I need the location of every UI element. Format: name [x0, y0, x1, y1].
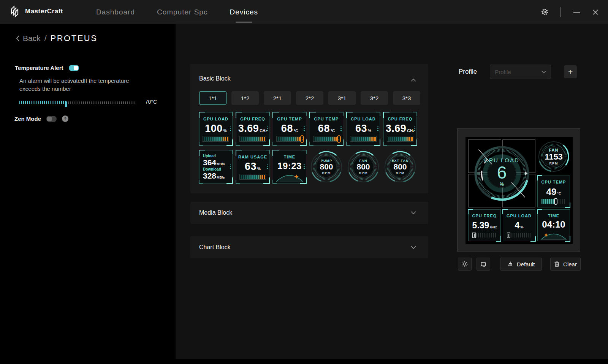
widget-pump-gauge[interactable]: PUMP 800 RPM [310, 150, 343, 184]
basic-block-title: Basic Block [199, 75, 231, 82]
size-option-2x2[interactable]: 2*2 [296, 91, 323, 105]
brand: MasterCraft [10, 5, 63, 17]
card-edge-ticks [304, 127, 305, 131]
chart-block-expand-button[interactable] [408, 242, 418, 252]
media-block-expand-button[interactable] [408, 208, 418, 218]
minimize-icon [573, 12, 580, 13]
back-button[interactable]: Back [16, 34, 41, 43]
slider-rest-ticks [66, 101, 136, 104]
progress-bar [203, 136, 229, 142]
zen-mode-help-icon[interactable]: ? [62, 116, 68, 122]
preview-time: TIME 04:10 [537, 209, 570, 241]
card-edge-ticks [230, 165, 231, 169]
preview-cpu-temp: CPU TEMP 49°C [537, 176, 570, 207]
widget-ram-usage[interactable]: RAM USAGE 63% [236, 150, 269, 184]
card-edge-ticks [267, 165, 268, 169]
thermometer-icon [554, 198, 557, 205]
progress-bar [239, 136, 266, 142]
widget-gpu-freq[interactable]: GPU FREQ 3.69GHz [236, 112, 269, 146]
main-content: Basic Block 1*1 1*2 2*1 2*2 3*1 3*2 3*3 [176, 24, 608, 359]
brightness-sun-icon [461, 261, 468, 267]
zen-mode-toggle[interactable] [46, 116, 57, 122]
temperature-alert-label: Temperature Alert [15, 65, 63, 71]
card-edge-ticks [304, 165, 305, 169]
thermometer-bar [276, 136, 303, 142]
thermometer-bar [313, 136, 340, 142]
chevron-down-icon [542, 71, 546, 73]
preview-fan-gauge: FAN 1153 RPM [537, 139, 570, 174]
preview-actions: Default Clear [458, 258, 581, 271]
toggle-knob [47, 117, 52, 121]
breadcrumb-separator: / [44, 34, 47, 43]
tab-computer-spc[interactable]: Computer Spc [157, 0, 207, 24]
close-button[interactable] [588, 5, 603, 19]
progress-bar [472, 233, 497, 237]
widget-fan-gauge[interactable]: FAN 800 RPM [347, 150, 380, 184]
widget-ext-fan-gauge[interactable]: EXT FAN 800 RPM [383, 150, 417, 184]
temperature-threshold-slider-row: 70°C [19, 98, 157, 106]
widget-library-grid: GPU LOAD 100% GPU FREQ 3.69GHz GPU TEMP … [199, 112, 417, 184]
size-option-3x3[interactable]: 3*3 [393, 91, 420, 105]
progress-bar [387, 136, 413, 142]
temperature-alert-toggle[interactable] [69, 65, 79, 71]
thermometer-icon [300, 135, 304, 143]
preview-screen: CPU LOAD 6 % [466, 137, 573, 244]
toggle-knob [74, 66, 78, 70]
app-title: MasterCraft [25, 8, 63, 15]
broom-icon [507, 261, 513, 267]
widget-gpu-load[interactable]: GPU LOAD 100% [199, 112, 233, 146]
app-window: MasterCraft Dashboard Computer Spc Devic… [0, 0, 608, 364]
temperature-slider-track[interactable] [19, 101, 136, 104]
profile-dropdown[interactable]: Profile [490, 65, 551, 79]
clear-button[interactable]: Clear [550, 258, 581, 271]
size-option-3x1[interactable]: 3*1 [328, 91, 356, 105]
progress-bar [239, 174, 266, 180]
preview-cpu-load-gauge: CPU LOAD 6 % [468, 139, 535, 207]
card-edge-ticks [377, 127, 378, 131]
chart-block-panel[interactable]: Chart Block [190, 236, 428, 258]
brightness-button[interactable] [458, 258, 472, 271]
profile-section: Profile Profile + [459, 65, 577, 79]
profile-label: Profile [459, 68, 477, 76]
chevron-down-icon [411, 211, 416, 214]
slider-filled-ticks [19, 101, 66, 104]
default-button[interactable]: Default [500, 258, 542, 271]
zen-mode-label: Zen Mode [14, 116, 41, 122]
chart-block-title: Chart Block [199, 244, 231, 251]
sun-curve-chart [540, 231, 567, 241]
settings-gear-icon[interactable] [537, 5, 552, 19]
preview-gpu-load: GPU LOAD 4% [503, 209, 535, 241]
minimize-button[interactable] [569, 5, 584, 19]
profile-dropdown-placeholder: Profile [495, 69, 542, 75]
chevron-down-icon [411, 246, 416, 249]
active-tab-underline [236, 22, 252, 22]
card-edge-ticks [414, 127, 415, 131]
chevron-up-icon [411, 79, 416, 82]
temperature-threshold-value: 70°C [145, 99, 157, 105]
widget-cpu-load[interactable]: CPU LOAD 63% [347, 112, 380, 146]
window-controls [537, 0, 608, 24]
widget-gpu-temp[interactable]: GPU TEMP 68°C [273, 112, 306, 146]
basic-block-collapse-button[interactable] [408, 75, 418, 85]
size-option-2x1[interactable]: 2*1 [264, 91, 291, 105]
add-profile-button[interactable]: + [564, 65, 577, 78]
device-screen-preview: CPU LOAD 6 % [457, 128, 580, 252]
tab-devices[interactable]: Devices [230, 0, 258, 24]
widget-cpu-temp[interactable]: CPU TEMP 68°C [310, 112, 343, 146]
widget-cpu-freq[interactable]: CPU FREQ 3.69GHz [383, 112, 417, 146]
widget-network[interactable]: Upload 364MB/s Download 328MB/s [199, 150, 233, 184]
temperature-alert-description: An alarm will be activatedIf the tempera… [19, 77, 150, 93]
size-option-1x1[interactable]: 1*1 [199, 91, 226, 105]
device-settings-sidebar: Back / PROTEUS Temperature Alert An alar… [0, 24, 176, 364]
chevron-left-icon [16, 35, 20, 41]
temperature-slider-handle[interactable] [65, 101, 67, 107]
media-block-panel[interactable]: Media Block [190, 202, 428, 224]
size-option-3x2[interactable]: 3*2 [361, 91, 388, 105]
thermometer-icon [337, 135, 341, 143]
size-option-1x2[interactable]: 1*2 [231, 91, 259, 105]
widget-time[interactable]: TIME 19:23 [273, 150, 306, 184]
tab-dashboard[interactable]: Dashboard [96, 0, 135, 24]
media-block-title: Media Block [199, 209, 232, 216]
rotate-screen-button[interactable] [477, 258, 490, 271]
rotate-screen-icon [480, 261, 487, 267]
